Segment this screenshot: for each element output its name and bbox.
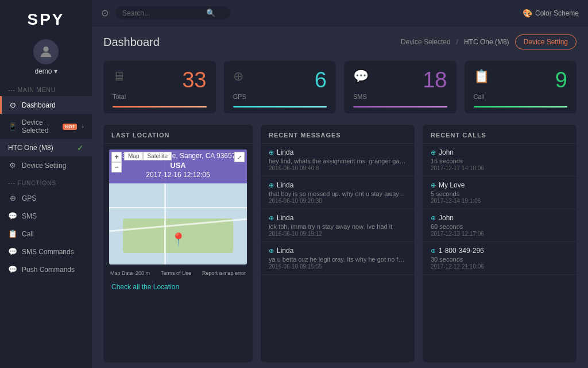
terrain-road-3 <box>109 207 247 208</box>
dashboard-header: Dashboard Device Selected / HTC One (M8)… <box>92 26 588 55</box>
page-title: Dashboard <box>103 36 160 49</box>
device-selected-text: Device Selected <box>401 38 451 46</box>
hot-badge: HOT <box>63 124 77 130</box>
call-name-3: ⊕ 1-800-349-296 <box>431 247 568 255</box>
sidebar-item-call[interactable]: 📋 Call <box>0 225 92 243</box>
app-logo: SPY <box>0 0 92 34</box>
msg-icon-1: ⊕ <box>269 182 274 189</box>
msg-name-2: ⊕ Linda <box>269 214 407 222</box>
functions-label: --- FUNCTIONS <box>0 174 92 189</box>
color-scheme-label: Color Scheme <box>535 9 579 17</box>
satellite-btn[interactable]: Satellite <box>143 152 172 160</box>
device-name-label: HTC One (M8) <box>8 144 53 152</box>
msg-time-3: 2016-06-10 09:15:55 <box>269 263 407 270</box>
map-container[interactable]: 530 Grayson Drive, Sanger, CA 93657, USA… <box>109 150 247 264</box>
sidebar-item-label: Device Setting <box>22 162 66 170</box>
call-duration-1: 5 seconds <box>431 190 568 197</box>
bottom-panels: LAST LOCATION 530 Grayson Drive, Sanger,… <box>92 119 588 368</box>
color-scheme-button[interactable]: 🎨 Color Scheme <box>523 9 579 18</box>
map-fullscreen-btn[interactable]: ⤢ <box>234 152 245 162</box>
message-item-3[interactable]: ⊕ Linda ya u betta cuz he legit cray. It… <box>261 242 415 275</box>
call-icon-1: ⊕ <box>431 182 436 189</box>
device-name-breadcrumb: HTC One (M8) <box>464 38 509 46</box>
map-btn[interactable]: Map <box>124 152 143 160</box>
sidebar-item-label: SMS Commands <box>22 248 74 256</box>
call-time-1: 2017-12-14 19:1:06 <box>431 198 568 204</box>
dropdown-arrow[interactable]: ▾ <box>54 67 57 75</box>
back-icon[interactable]: ⊙ <box>101 7 109 18</box>
msg-text-0: hey lind, whats the assignment ms. grang… <box>269 158 407 164</box>
sidebar-item-sms[interactable]: 💬 SMS <box>0 207 92 225</box>
gps-label: GPS <box>233 93 327 100</box>
terms-link[interactable]: Terms of Use <box>161 270 191 276</box>
device-name-item[interactable]: HTC One (M8) ✓ <box>0 139 92 156</box>
gear-icon: ⚙ <box>8 161 17 170</box>
sidebar-item-label: Push Commands <box>22 266 75 274</box>
call-icon-0: ⊕ <box>431 149 436 156</box>
svg-point-0 <box>43 47 48 52</box>
push-commands-icon: 💬 <box>8 265 17 274</box>
sidebar-item-device-selected[interactable]: 📱 Device Selected HOT › <box>0 114 92 139</box>
msg-name-0: ⊕ Linda <box>269 148 407 156</box>
map-marker: 📍 <box>171 232 186 247</box>
call-time-2: 2017-12-13 12:17:06 <box>431 231 568 237</box>
call-item-1[interactable]: ⊕ My Love 5 seconds 2017-12-14 19:1:06 <box>423 177 577 209</box>
call-duration-0: 15 seconds <box>431 158 568 164</box>
gps-stat-icon: ⊕ <box>233 69 243 84</box>
sidebar-item-label: Call <box>22 230 34 238</box>
avatar <box>33 39 59 64</box>
search-box: 🔍 <box>115 6 230 20</box>
stats-row: 🖥 33 Total ⊕ 6 GPS 💬 18 SMS 📋 <box>92 55 588 119</box>
sidebar-item-push-commands[interactable]: 💬 Push Commands <box>0 260 92 278</box>
call-item-2[interactable]: ⊕ John 60 seconds 2017-12-13 12:17:06 <box>423 209 577 242</box>
msg-time-0: 2016-06-10 09:40:8 <box>269 165 407 171</box>
calls-panel: RECENT CALLS ⊕ John 15 seconds 2017-12-1… <box>423 125 577 362</box>
sidebar-item-gps[interactable]: ⊕ GPS <box>0 189 92 207</box>
map-zoom-out[interactable]: − <box>111 162 122 172</box>
sidebar-item-sms-commands[interactable]: 💬 SMS Commands <box>0 243 92 260</box>
sidebar-item-label: SMS <box>22 212 37 220</box>
call-value: 9 <box>555 69 567 91</box>
call-stat-icon: 📋 <box>474 69 489 84</box>
check-location-link[interactable]: Check all the Location <box>103 278 253 296</box>
msg-text-2: idk tbh, imma try n stay away now. Ive h… <box>269 223 407 230</box>
map-zoom-in[interactable]: + <box>111 152 122 162</box>
username-label: demo ▾ <box>34 67 57 75</box>
messages-panel-header: RECENT MESSAGES <box>261 125 415 144</box>
sidebar-item-dashboard[interactable]: ⊙ Dashboard <box>0 96 92 114</box>
sidebar-item-device-setting[interactable]: ⚙ Device Setting <box>0 156 92 174</box>
message-item-0[interactable]: ⊕ Linda hey lind, whats the assignment m… <box>261 144 415 177</box>
total-icon: 🖥 <box>113 69 125 84</box>
gps-value: 6 <box>315 69 327 91</box>
stat-card-call: 📋 9 Call <box>465 61 577 113</box>
call-item-3[interactable]: ⊕ 1-800-349-296 30 seconds 2017-12-12 21… <box>423 242 577 275</box>
sms-icon: 💬 <box>8 212 17 220</box>
check-icon: ✓ <box>77 143 84 152</box>
call-time-0: 2017-12-17 14:10:06 <box>431 165 568 171</box>
report-link[interactable]: Report a map error <box>202 270 246 276</box>
calls-panel-header: RECENT CALLS <box>423 125 577 144</box>
total-label: Total <box>113 93 207 100</box>
message-item-2[interactable]: ⊕ Linda idk tbh, imma try n stay away no… <box>261 209 415 242</box>
gps-icon: ⊕ <box>8 194 17 202</box>
user-avatar-section: demo ▾ <box>0 34 92 81</box>
sms-label: SMS <box>353 93 447 100</box>
msg-name-1: ⊕ Linda <box>269 181 407 189</box>
msg-icon-2: ⊕ <box>269 214 274 222</box>
device-setting-button[interactable]: Device Setting <box>515 34 577 49</box>
msg-icon-0: ⊕ <box>269 149 274 156</box>
call-bar <box>474 106 568 108</box>
sidebar-item-label: GPS <box>22 194 36 202</box>
call-item-0[interactable]: ⊕ John 15 seconds 2017-12-17 14:10:06 <box>423 144 577 177</box>
msg-name-3: ⊕ Linda <box>269 247 407 255</box>
message-item-1[interactable]: ⊕ Linda that boy is so messed up. why dn… <box>261 177 415 209</box>
call-icon: 📋 <box>8 229 17 238</box>
map-data-label: Map Data 200 m <box>110 270 150 276</box>
call-time-3: 2017-12-12 21:10:06 <box>431 263 568 270</box>
calls-list: ⊕ John 15 seconds 2017-12-17 14:10:06 ⊕ … <box>423 144 577 362</box>
messages-panel: RECENT MESSAGES ⊕ Linda hey lind, whats … <box>261 125 415 362</box>
call-icon-2: ⊕ <box>431 214 436 222</box>
device-icon: 📱 <box>8 122 17 131</box>
msg-time-2: 2016-06-10 09:19:12 <box>269 231 407 237</box>
search-input[interactable] <box>122 9 203 17</box>
